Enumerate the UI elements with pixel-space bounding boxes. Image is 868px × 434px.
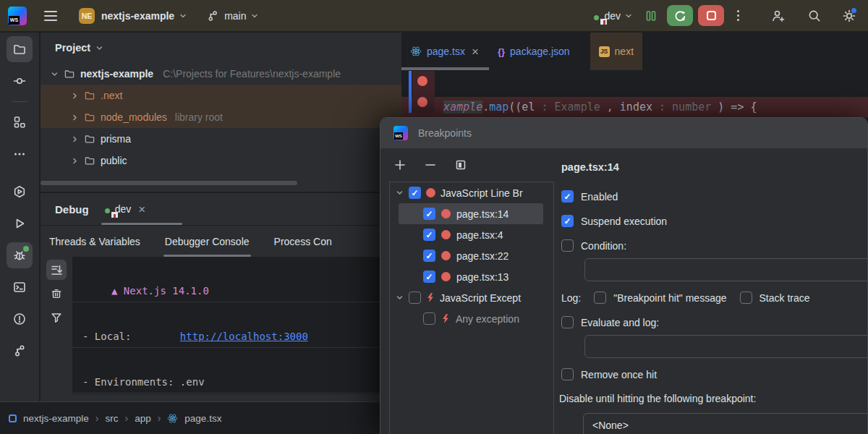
sidebar-item-run[interactable]	[7, 210, 33, 237]
sidebar-item-git[interactable]	[7, 338, 33, 364]
clear-console-button[interactable]	[46, 284, 67, 304]
localhost-link[interactable]: http://localhost:3000	[180, 331, 308, 342]
rerun-debug-button[interactable]	[667, 5, 693, 26]
checkbox[interactable]	[561, 190, 574, 203]
checkbox[interactable]	[409, 187, 421, 199]
sidebar-divider	[12, 101, 27, 102]
project-panel-title: Project	[55, 42, 90, 54]
checkbox[interactable]	[423, 229, 435, 241]
checkbox[interactable]	[594, 292, 606, 304]
commit-icon	[12, 74, 27, 88]
breakpoint-item-selected[interactable]: page.tsx:14	[399, 203, 543, 224]
breakpoint-item[interactable]: page.tsx:22	[390, 245, 553, 266]
vcs-branch-widget[interactable]: main	[206, 9, 258, 22]
dialog-title-bar[interactable]: Breakpoints	[380, 118, 867, 148]
checkbox[interactable]	[561, 316, 574, 328]
project-panel-header[interactable]: Project	[41, 33, 401, 63]
more-actions-icon[interactable]	[737, 10, 739, 21]
remove-once-checkbox-row[interactable]: Remove once hit	[561, 368, 657, 380]
group-by-icon[interactable]	[454, 158, 467, 171]
checkbox[interactable]	[561, 215, 574, 227]
tab-package-json[interactable]: {} package.json	[489, 33, 579, 70]
checkbox[interactable]	[423, 250, 435, 262]
evaluate-input[interactable]	[584, 335, 868, 358]
stop-button[interactable]	[698, 5, 724, 26]
breakpoint-dot[interactable]	[417, 97, 427, 107]
disable-until-dropdown[interactable]: <None>	[583, 413, 868, 434]
chevron-right-icon	[71, 135, 79, 143]
log-message-checkbox-row[interactable]: "Breakpoint hit" message	[594, 292, 726, 304]
sidebar-item-commit[interactable]	[7, 68, 33, 94]
stack-trace-checkbox-row[interactable]: Stack trace	[740, 292, 810, 304]
folder-icon	[84, 155, 95, 166]
remove-breakpoint-icon[interactable]	[424, 158, 437, 171]
close-icon[interactable]	[470, 46, 480, 56]
search-everywhere-button[interactable]	[807, 9, 822, 23]
main-menu-icon[interactable]	[44, 11, 57, 21]
chevron-down-icon	[624, 12, 633, 20]
sidebar-item-terminal[interactable]	[7, 274, 33, 300]
checkbox[interactable]	[409, 292, 421, 304]
sidebar-item-project[interactable]	[7, 36, 33, 62]
tree-row-public[interactable]: public	[41, 150, 401, 171]
log-label: Log:	[561, 292, 581, 304]
project-widget[interactable]: NE nextjs-example	[79, 8, 187, 24]
folder-icon	[64, 68, 75, 80]
sidebar-item-problems[interactable]	[7, 306, 33, 332]
tab-page-tsx[interactable]: page.tsx	[401, 33, 489, 70]
breadcrumb-app[interactable]: app	[135, 413, 151, 424]
checkbox[interactable]	[423, 208, 435, 220]
filter-button[interactable]	[46, 307, 67, 328]
checkbox[interactable]	[561, 239, 574, 252]
run-config-widget[interactable]: dev	[598, 10, 633, 22]
settings-button[interactable]	[842, 9, 856, 23]
tab-process-console[interactable]: Process Con	[273, 226, 333, 258]
checkbox[interactable]	[561, 368, 574, 380]
breakpoint-group-js-exception[interactable]: JavaScript Except	[390, 287, 553, 308]
sidebar-item-structure[interactable]	[7, 109, 33, 135]
debug-header: Debug dev	[41, 193, 401, 225]
sidebar-item-services[interactable]	[7, 179, 33, 205]
breakpoint-item[interactable]: page.tsx:4	[390, 224, 553, 245]
breadcrumb-src[interactable]: src	[105, 413, 118, 424]
code-with-me-button[interactable]	[771, 9, 786, 23]
breakpoint-item-any-exception[interactable]: Any exception	[390, 308, 553, 329]
checkbox[interactable]	[423, 271, 435, 283]
tree-row-next[interactable]: .next	[41, 85, 401, 106]
breakpoint-item[interactable]: page.tsx:13	[390, 266, 553, 287]
tree-row-node-modules[interactable]: node_modules library root	[41, 106, 401, 128]
debug-session-tab[interactable]: dev	[109, 203, 148, 215]
breadcrumb-file[interactable]: page.tsx	[184, 413, 221, 424]
breakpoint-group-js-line[interactable]: JavaScript Line Br	[390, 182, 553, 203]
tab-debugger-console[interactable]: Debugger Console	[163, 226, 251, 258]
tree-row-prisma[interactable]: prisma	[41, 128, 401, 150]
code-token: map	[489, 101, 509, 114]
horizontal-scrollbar[interactable]	[41, 181, 297, 185]
console-text: - Local:	[82, 331, 180, 342]
suspend-checkbox-row[interactable]: Suspend execution	[561, 215, 667, 227]
close-icon[interactable]	[137, 204, 147, 214]
evaluate-checkbox-row[interactable]: Evaluate and log:	[561, 316, 659, 328]
pause-button[interactable]	[644, 9, 658, 22]
breakpoint-dot[interactable]	[417, 76, 427, 86]
tab-next[interactable]: JS next	[590, 33, 642, 70]
add-breakpoint-icon[interactable]	[393, 158, 407, 171]
tab-threads-variables[interactable]: Threads & Variables	[48, 226, 142, 258]
sidebar-item-debug[interactable]	[7, 242, 33, 268]
breakpoint-label: page.tsx:13	[456, 271, 509, 283]
enabled-checkbox-row[interactable]: Enabled	[561, 190, 618, 203]
chevron-down-icon	[250, 12, 259, 20]
condition-input[interactable]	[584, 258, 868, 281]
folder-icon	[84, 90, 95, 101]
debugger-console[interactable]: ▲ Next.js 14.1.0 - Local: http://localho…	[72, 257, 401, 394]
dropdown-value: <None>	[592, 420, 629, 431]
sidebar-item-more[interactable]	[7, 141, 33, 167]
breadcrumb-project[interactable]: nextjs-example	[23, 413, 89, 424]
condition-checkbox-row[interactable]: Condition:	[561, 239, 626, 252]
checkbox[interactable]	[740, 292, 752, 304]
soft-wrap-button[interactable]	[46, 260, 67, 280]
code-editor[interactable]: xample.map((el : Example , index : numbe…	[401, 71, 868, 113]
checkbox[interactable]	[423, 312, 435, 325]
breakpoint-label: page.tsx:22	[456, 250, 509, 262]
tree-row-root[interactable]: nextjs-example C:\Projects for Features\…	[41, 63, 401, 85]
